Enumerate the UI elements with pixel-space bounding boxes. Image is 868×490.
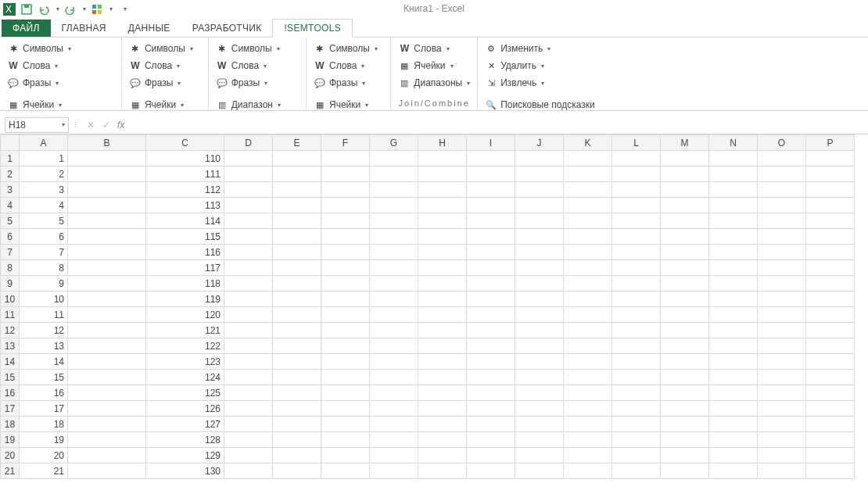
column-header[interactable]: C <box>146 135 224 151</box>
cell[interactable] <box>370 151 418 166</box>
delete-words-button[interactable]: WСлова▾ <box>127 58 203 73</box>
cell[interactable] <box>758 354 806 370</box>
row-header[interactable]: 3 <box>1 182 20 198</box>
cell[interactable] <box>709 245 758 260</box>
cell[interactable] <box>370 307 418 323</box>
cell[interactable]: 123 <box>146 354 224 370</box>
cell[interactable] <box>515 276 564 291</box>
cell[interactable] <box>709 338 758 354</box>
cell[interactable] <box>273 370 321 385</box>
cell[interactable] <box>321 151 370 166</box>
cell[interactable]: 128 <box>146 432 224 448</box>
cell[interactable] <box>661 448 709 463</box>
tab-home[interactable]: ГЛАВНАЯ <box>51 20 117 37</box>
cell[interactable] <box>467 463 515 479</box>
cell[interactable] <box>467 401 515 417</box>
cell[interactable]: 113 <box>146 198 224 213</box>
cell[interactable] <box>709 260 758 276</box>
cell[interactable] <box>370 182 418 198</box>
row-header[interactable]: 19 <box>1 432 20 448</box>
change-words-button[interactable]: WСлова▾ <box>213 58 301 73</box>
cell[interactable] <box>68 432 146 448</box>
cell[interactable] <box>321 276 370 291</box>
cell[interactable] <box>418 166 467 182</box>
delete-symbols-button[interactable]: ✱Символы▾ <box>127 41 203 56</box>
qat-customize-icon[interactable]: ▾ <box>124 5 127 13</box>
cell[interactable] <box>370 385 418 401</box>
cell[interactable] <box>321 354 370 370</box>
row-header[interactable]: 17 <box>1 401 20 417</box>
cell[interactable] <box>418 245 467 260</box>
cell[interactable] <box>564 182 612 198</box>
cell[interactable] <box>467 448 515 463</box>
cell[interactable] <box>612 370 661 385</box>
cell[interactable] <box>68 463 146 479</box>
column-header[interactable]: M <box>661 135 709 151</box>
cell[interactable] <box>68 166 146 182</box>
cell[interactable]: 9 <box>20 276 68 291</box>
cell[interactable] <box>467 276 515 291</box>
redo-dropdown-icon[interactable]: ▾ <box>83 5 86 13</box>
cell[interactable] <box>564 370 612 385</box>
row-header[interactable]: 8 <box>1 260 20 276</box>
cell[interactable] <box>564 198 612 213</box>
cell[interactable] <box>709 385 758 401</box>
cell[interactable] <box>321 291 370 307</box>
cell[interactable] <box>273 276 321 291</box>
cell[interactable] <box>224 213 273 229</box>
cell[interactable] <box>418 432 467 448</box>
cell[interactable] <box>467 182 515 198</box>
cell[interactable] <box>467 417 515 432</box>
cell[interactable] <box>68 182 146 198</box>
cell[interactable] <box>273 213 321 229</box>
row-header[interactable]: 1 <box>1 151 20 166</box>
cell[interactable] <box>321 448 370 463</box>
cell[interactable] <box>68 323 146 338</box>
cell[interactable] <box>370 354 418 370</box>
cell[interactable] <box>806 291 855 307</box>
cell[interactable] <box>515 417 564 432</box>
cell[interactable] <box>224 166 273 182</box>
cell[interactable] <box>321 166 370 182</box>
cell[interactable] <box>758 323 806 338</box>
cell[interactable] <box>68 213 146 229</box>
column-header[interactable]: L <box>612 135 661 151</box>
cell[interactable] <box>515 182 564 198</box>
cell[interactable] <box>418 198 467 213</box>
cell[interactable] <box>224 260 273 276</box>
cell[interactable]: 4 <box>20 198 68 213</box>
column-header[interactable]: E <box>273 135 321 151</box>
worksheet[interactable]: ABCDEFGHIJKLMNOP 11110221113311244113551… <box>0 134 855 479</box>
cell[interactable] <box>806 260 855 276</box>
cell[interactable] <box>564 245 612 260</box>
seo-delete-button[interactable]: ✕Удалить▾ <box>482 58 597 73</box>
cell[interactable] <box>564 291 612 307</box>
row-header[interactable]: 6 <box>1 229 20 245</box>
cell[interactable] <box>321 323 370 338</box>
cell[interactable] <box>273 385 321 401</box>
column-header[interactable]: A <box>20 135 68 151</box>
cell[interactable]: 1 <box>20 151 68 166</box>
cell[interactable] <box>806 417 855 432</box>
cell[interactable] <box>68 307 146 323</box>
detect-symbols-button[interactable]: ✱Символы▾ <box>5 41 117 56</box>
extract-words-button[interactable]: WСлова▾ <box>311 58 386 73</box>
cell[interactable] <box>68 276 146 291</box>
cell[interactable] <box>273 245 321 260</box>
cell[interactable] <box>758 151 806 166</box>
cell[interactable] <box>321 338 370 354</box>
cell[interactable] <box>273 151 321 166</box>
cell[interactable] <box>68 417 146 432</box>
cell[interactable] <box>661 417 709 432</box>
cell[interactable] <box>612 245 661 260</box>
undo-dropdown-icon[interactable]: ▾ <box>56 5 59 13</box>
cell[interactable] <box>758 213 806 229</box>
cell[interactable] <box>709 463 758 479</box>
cell[interactable] <box>661 307 709 323</box>
undo-icon[interactable] <box>38 3 50 16</box>
cell[interactable] <box>273 432 321 448</box>
cell[interactable] <box>224 448 273 463</box>
cell[interactable] <box>467 338 515 354</box>
cell[interactable] <box>515 354 564 370</box>
name-box[interactable]: H18▾ <box>5 117 69 133</box>
